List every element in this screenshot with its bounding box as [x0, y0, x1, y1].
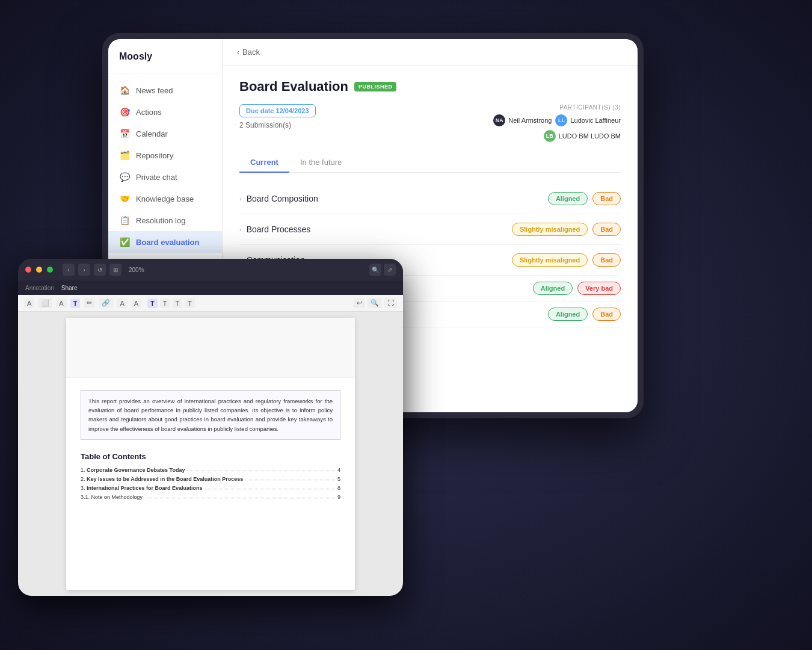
meta-left: Due date 12/04/2023 2 Submission(s) — [239, 104, 316, 129]
sidebar-item-private-chat[interactable]: 💬 Private chat — [108, 166, 222, 188]
submissions-count: 2 Submission(s) — [239, 121, 316, 129]
bold-btn[interactable]: T — [70, 299, 81, 308]
badge-slightly: Slightly misaligned — [512, 253, 588, 267]
toc-page: 5 — [337, 476, 340, 482]
text-box-btn[interactable]: ⬜ — [38, 298, 52, 308]
doc-tab-annotation[interactable]: Annotation — [25, 285, 54, 291]
toc-item: 3. International Practices for Board Eva… — [81, 485, 340, 491]
toc-dots — [245, 474, 335, 480]
sidebar-item-knowledge-base[interactable]: 🤝 Knowledge base — [108, 188, 222, 209]
doc-controls: ‹ › ↺ ⊞ — [63, 264, 121, 276]
badge-slightly: Slightly misaligned — [512, 223, 588, 236]
toc-dots — [205, 483, 335, 489]
badge-bad: Bad — [592, 223, 621, 236]
side-dots — [400, 590, 403, 596]
toc-dots — [145, 492, 335, 498]
doc-page-content: This report provides an overview of inte… — [66, 378, 355, 590]
participant-chip: NA Neil Armstrong — [493, 114, 552, 126]
link-btn[interactable]: 🔗 — [99, 298, 113, 308]
avatar: NA — [493, 114, 505, 126]
badge-bad: Bad — [592, 253, 621, 267]
sidebar-item-news-feed[interactable]: 🏠 News feed — [108, 79, 222, 101]
format-t2-btn[interactable]: T — [160, 299, 170, 308]
minimize-dot[interactable] — [36, 267, 42, 273]
search-icon[interactable]: 🔍 — [369, 264, 381, 276]
doc-body: This report provides an overview of inte… — [18, 312, 403, 596]
home-icon: 🏠 — [119, 85, 130, 96]
resolution-icon: 📋 — [119, 215, 130, 226]
sidebar-item-label: Knowledge base — [136, 194, 194, 203]
doc-toolbar: A ⬜ A T ✏ 🔗 A A T T T T ↩ 🔍 ⛶ — [18, 295, 403, 312]
page-title: Board Evaluation — [239, 79, 348, 94]
format-t1-btn[interactable]: T — [147, 299, 158, 308]
badge-aligned: Aligned — [548, 308, 588, 321]
participants-section: PARTICIPANT(S) (3) NA Neil Armstrong LL … — [452, 104, 621, 142]
back-label: Back — [242, 48, 260, 57]
expand-icon[interactable]: › — [239, 195, 242, 202]
participant-name: Neil Armstrong — [508, 117, 552, 124]
format-t3-btn[interactable]: T — [173, 299, 183, 308]
sidebar-item-board-evaluation[interactable]: ✅ Board evaluation — [108, 231, 222, 253]
sidebar-item-label: Resolution log — [136, 216, 185, 225]
meta-row: Due date 12/04/2023 2 Submission(s) PART… — [239, 104, 621, 142]
toc-dots — [187, 465, 335, 471]
nav-forward-icon[interactable]: › — [78, 264, 90, 276]
maximize-dot[interactable] — [47, 267, 53, 273]
tablet-doc: ‹ › ↺ ⊞ 200% 🔍 ⇗ Annotation Share A ⬜ A … — [18, 259, 403, 596]
nav-back-icon[interactable]: ‹ — [63, 264, 75, 276]
actions-icon: 🎯 — [119, 107, 130, 117]
sidebar-item-label: Private chat — [136, 173, 177, 182]
badge-aligned: Aligned — [533, 282, 573, 295]
doc-tab-share[interactable]: Share — [61, 285, 78, 291]
format-t4-btn[interactable]: T — [185, 299, 195, 308]
tab-current[interactable]: Current — [239, 153, 289, 173]
expand-doc-icon[interactable]: ⛶ — [384, 298, 397, 308]
toc-item: 1. Corporate Governance Debates Today 4 — [81, 467, 340, 473]
toc-num: 1. — [81, 467, 85, 473]
toc-item: 2. Key Issues to be Addressed in the Boa… — [81, 476, 340, 482]
toc-label: International Practices for Board Evalua… — [87, 485, 203, 491]
avatar: LB — [544, 130, 556, 142]
font-btn[interactable]: A — [24, 299, 34, 308]
toc-num: 3. — [81, 485, 85, 491]
sidebar-item-calendar[interactable]: 📅 Calendar — [108, 123, 222, 144]
doc-page-top — [66, 318, 355, 378]
badge-aligned: Aligned — [548, 192, 588, 205]
undo-btn[interactable]: ↩ — [354, 298, 365, 308]
sidebar-item-resolution-log[interactable]: 📋 Resolution log — [108, 209, 222, 231]
calendar-icon: 📅 — [119, 128, 130, 139]
tab-future[interactable]: In the future — [289, 153, 352, 173]
page-header: Board Evaluation PUBLISHED — [239, 79, 621, 94]
toc-title: Table of Contents — [81, 452, 340, 461]
eval-badges: Aligned Bad — [548, 192, 621, 205]
dot-1 — [400, 590, 403, 593]
font-size-btn[interactable]: A — [56, 299, 66, 308]
eval-badges: Slightly misaligned Bad — [512, 223, 621, 236]
color-btn[interactable]: A — [117, 299, 127, 308]
eval-row: › Board Processes Slightly misaligned Ba… — [239, 214, 621, 245]
tabs: Current In the future — [239, 153, 621, 173]
highlight-btn[interactable]: A — [131, 299, 141, 308]
knowledge-icon: 🤝 — [119, 193, 130, 204]
topbar: ‹ Back — [223, 39, 638, 66]
reload-icon[interactable]: ↺ — [94, 264, 106, 276]
share-icon[interactable]: ⇗ — [384, 264, 396, 276]
search-doc-icon[interactable]: 🔍 — [368, 298, 382, 308]
back-button[interactable]: ‹ Back — [237, 48, 260, 57]
sidebar-item-actions[interactable]: 🎯 Actions — [108, 101, 222, 123]
sidebar-item-repository[interactable]: 🗂️ Repository — [108, 144, 222, 166]
sidebar-item-label: Actions — [136, 108, 162, 117]
grid-icon[interactable]: ⊞ — [109, 264, 121, 276]
pencil-btn[interactable]: ✏ — [84, 298, 95, 308]
close-dot[interactable] — [25, 267, 31, 273]
sidebar-item-label: Calendar — [136, 129, 168, 138]
participant-chips: NA Neil Armstrong LL Ludovic Laffineur L… — [452, 114, 621, 142]
repository-icon: 🗂️ — [119, 150, 130, 161]
doc-top-bar: ‹ › ↺ ⊞ 200% 🔍 ⇗ — [18, 259, 403, 280]
sidebar-item-label: Board evaluation — [136, 238, 199, 247]
badge-bad: Bad — [592, 308, 621, 321]
toc-num: 2. — [81, 476, 85, 482]
toc-label: Corporate Governance Debates Today — [87, 467, 185, 473]
expand-icon[interactable]: › — [239, 226, 242, 233]
badge-bad: Bad — [592, 192, 621, 205]
